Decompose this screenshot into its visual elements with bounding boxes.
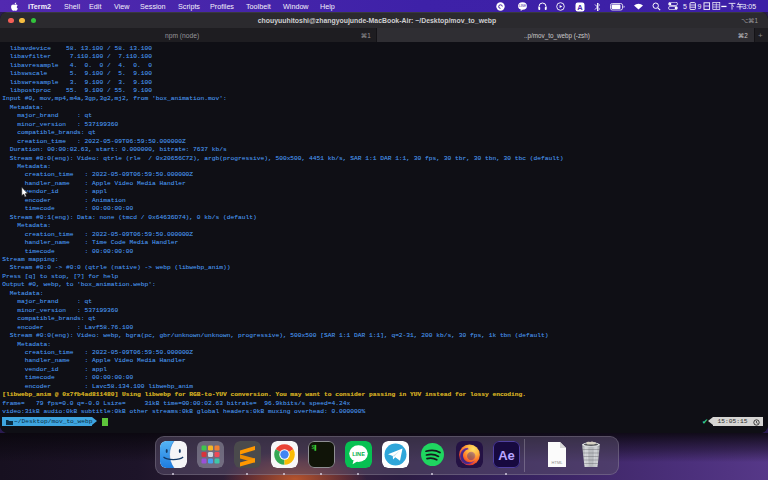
svg-text:HTML: HTML xyxy=(552,460,564,465)
svg-text:$▌: $▌ xyxy=(311,444,317,451)
svg-text:LINE: LINE xyxy=(519,4,526,8)
svg-text:LINE: LINE xyxy=(352,451,365,457)
svg-text:A: A xyxy=(577,2,583,11)
svg-text:Ae: Ae xyxy=(498,448,515,463)
